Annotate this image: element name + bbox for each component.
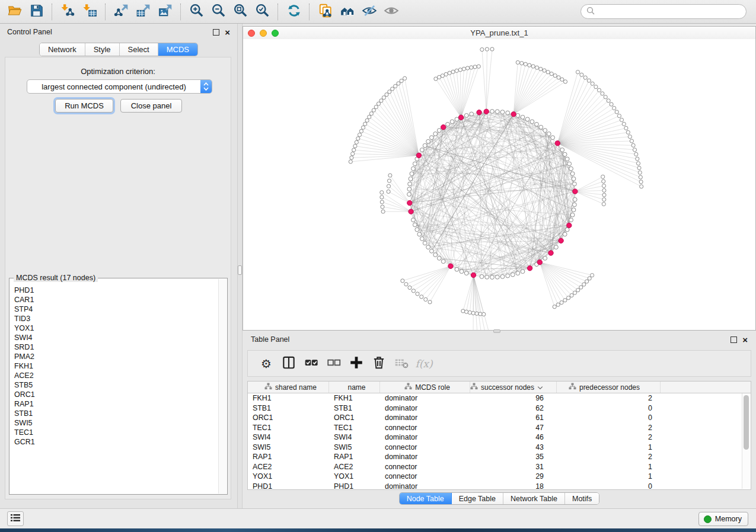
table-row[interactable]: PHD1PHD1dominator180 xyxy=(248,482,751,491)
table-row[interactable]: SWI5SWI5connector431 xyxy=(248,443,751,453)
table-row[interactable]: YOX1YOX1connector291 xyxy=(248,472,751,482)
mcds-node-item[interactable]: SWI5 xyxy=(14,418,218,428)
export-table-icon xyxy=(136,3,151,21)
mcds-node-item[interactable]: STB1 xyxy=(14,409,218,418)
application-window: Control Panel × NetworkStyleSelectMCDS O… xyxy=(0,0,756,532)
table-tabs: Node TableEdge TableNetwork TableMotifs xyxy=(243,492,756,505)
mcds-node-item[interactable]: PMA2 xyxy=(14,352,218,361)
mcds-node-item[interactable]: FKH1 xyxy=(14,361,218,371)
import-network-button[interactable] xyxy=(57,2,79,22)
mcds-node-item[interactable]: PHD1 xyxy=(14,286,218,295)
cell: SWI5 xyxy=(248,443,329,451)
table-row[interactable]: TEC1TEC1connector472 xyxy=(248,423,751,433)
node-table: shared namenameMCDS rolesuccessor nodesp… xyxy=(247,381,751,490)
table-row[interactable]: STB1STB1dominator620 xyxy=(248,403,751,414)
memory-button[interactable]: Memory xyxy=(698,512,748,526)
mcds-node-item[interactable]: ACE2 xyxy=(14,371,218,380)
cell: SWI5 xyxy=(329,443,380,451)
cell: 46 xyxy=(470,433,557,441)
export-network-button[interactable] xyxy=(110,2,132,22)
close-panel-button[interactable]: Close panel xyxy=(120,99,182,113)
add-column-button[interactable] xyxy=(345,353,368,374)
mcds-node-item[interactable]: SWI4 xyxy=(14,333,218,342)
tab-mcds[interactable]: MCDS xyxy=(158,43,197,56)
table-panel-splitter-handle[interactable] xyxy=(493,329,500,333)
table-row[interactable]: RAP1RAP1dominator352 xyxy=(248,452,751,462)
deselect-all-button[interactable] xyxy=(323,353,345,374)
save-button[interactable] xyxy=(25,2,47,22)
export-image-button[interactable] xyxy=(154,2,176,22)
mcds-node-item[interactable]: YOX1 xyxy=(14,323,218,333)
column-header-MCDS-role[interactable]: MCDS role xyxy=(380,382,470,393)
float-panel-icon[interactable] xyxy=(213,29,219,36)
tab-node-table[interactable]: Node Table xyxy=(400,493,452,504)
mcds-node-item[interactable]: STP4 xyxy=(14,305,218,314)
tab-motifs[interactable]: Motifs xyxy=(565,493,599,504)
mcds-node-item[interactable]: CAR1 xyxy=(14,295,218,305)
show-all-button[interactable] xyxy=(380,2,402,22)
toolbar-separator xyxy=(309,4,310,20)
cell: TEC1 xyxy=(248,424,329,432)
refresh-button[interactable] xyxy=(283,2,305,22)
table-row[interactable]: SWI4SWI4dominator462 xyxy=(248,432,751,443)
table-row[interactable]: FKH1FKH1dominator962 xyxy=(248,393,751,403)
split-columns-button[interactable] xyxy=(277,353,300,374)
table-scrollbar-thumb[interactable] xyxy=(744,395,749,450)
criterion-dropdown[interactable]: largest connected component (undirected) xyxy=(27,79,212,94)
save-icon xyxy=(29,3,44,21)
table-scrollbar[interactable] xyxy=(742,393,750,489)
mcds-node-item[interactable]: SRD1 xyxy=(14,342,218,352)
zoom-fit-button[interactable] xyxy=(229,2,251,22)
tab-style[interactable]: Style xyxy=(85,43,120,56)
vertical-splitter[interactable] xyxy=(237,24,243,508)
zoom-in-button[interactable] xyxy=(186,2,208,22)
splitter-handle[interactable] xyxy=(238,265,242,275)
zoom-in-icon xyxy=(189,3,205,21)
column-header-successor-nodes[interactable]: successor nodes xyxy=(470,382,557,393)
close-table-panel-icon[interactable]: × xyxy=(742,337,748,342)
task-history-button[interactable] xyxy=(7,511,24,526)
hide-selected-button[interactable] xyxy=(358,2,380,22)
table-row[interactable]: ORC1ORC1dominator610 xyxy=(248,413,751,423)
close-panel-icon[interactable]: × xyxy=(225,30,230,35)
search-box[interactable] xyxy=(580,4,747,19)
sort-chevron-icon xyxy=(537,383,543,392)
main-toolbar xyxy=(0,0,756,24)
search-input[interactable] xyxy=(598,7,741,17)
column-header-predecessor-nodes[interactable]: predecessor nodes xyxy=(557,382,661,393)
cell: 2 xyxy=(557,453,661,461)
function-builder-icon: f(x) xyxy=(415,358,432,370)
mcds-node-item[interactable]: TEC1 xyxy=(14,428,218,437)
open-folder-button[interactable] xyxy=(4,2,25,22)
duplicate-network-button[interactable] xyxy=(314,2,336,22)
select-all-button[interactable] xyxy=(300,353,323,374)
column-header-name[interactable]: name xyxy=(329,382,380,393)
float-table-panel-icon[interactable] xyxy=(731,336,737,343)
network-canvas[interactable] xyxy=(243,39,755,330)
gear-button[interactable]: ⚙ xyxy=(255,353,277,374)
mcds-node-item[interactable]: RAP1 xyxy=(14,399,218,409)
export-table-button[interactable] xyxy=(132,2,154,22)
network-graph[interactable] xyxy=(243,39,755,330)
mcds-list-scrollbar[interactable] xyxy=(218,279,227,493)
function-builder-button: f(x) xyxy=(413,353,435,374)
delete-column-button[interactable] xyxy=(368,353,390,374)
column-header-shared-name[interactable]: shared name xyxy=(248,382,329,393)
import-table-button[interactable] xyxy=(79,2,101,22)
zoom-selected-button[interactable] xyxy=(251,2,273,22)
mcds-result-list[interactable]: PHD1CAR1STP4TID3YOX1SWI4SRD1PMA2FKH1ACE2… xyxy=(10,282,218,493)
zoom-out-button[interactable] xyxy=(208,2,229,22)
mcds-node-item[interactable]: ORC1 xyxy=(14,390,218,399)
mcds-node-item[interactable]: TID3 xyxy=(14,314,218,323)
table-row[interactable]: ACE2ACE2connector311 xyxy=(248,462,751,472)
toolbar-separator xyxy=(277,4,279,20)
run-mcds-button[interactable]: Run MCDS xyxy=(55,99,113,113)
mcds-node-item[interactable]: STB5 xyxy=(14,380,218,390)
column-type-icon xyxy=(470,383,478,392)
tab-network[interactable]: Network xyxy=(40,43,85,56)
tab-select[interactable]: Select xyxy=(120,43,158,56)
tab-network-table[interactable]: Network Table xyxy=(503,493,565,504)
first-neighbors-button[interactable] xyxy=(336,2,358,22)
tab-edge-table[interactable]: Edge Table xyxy=(452,493,503,504)
mcds-node-item[interactable]: GCR1 xyxy=(14,437,218,447)
